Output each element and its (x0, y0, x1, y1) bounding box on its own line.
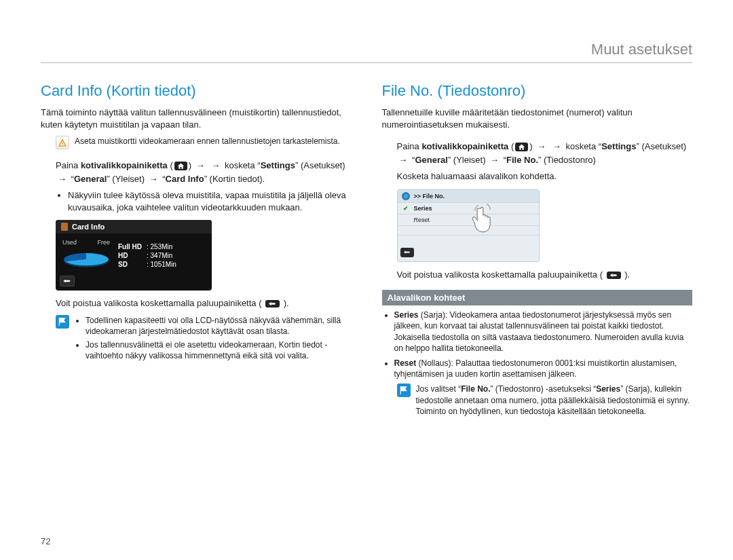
lcd-title: Card Info (56, 220, 212, 234)
right-intro: Tallennetuille kuville määritetään tiedo… (382, 107, 693, 130)
menu-return-icon (400, 248, 414, 257)
recording-time-list: Full HD: 253Min HD: 347Min SD: 1051Min (118, 242, 176, 269)
right-exit-line: Voit poistua valikosta koskettamalla pal… (397, 269, 693, 281)
warning-icon (56, 136, 69, 149)
left-column: Card Info (Kortin tiedot) Tämä toiminto … (41, 79, 352, 424)
submenu-item-reset: Reset (Nollaus): Palauttaa tiedostonumer… (394, 358, 693, 379)
lcd-return-icon (60, 276, 75, 286)
return-icon (265, 300, 280, 307)
card-info-screenshot: Card Info Used Free Full HD: 253Min HD: … (56, 220, 212, 291)
left-nav-path: Paina kotivalikkopainiketta () → → koske… (56, 159, 352, 185)
left-bullet: Näkyviin tulee käytössä oleva muistitila… (68, 189, 352, 213)
file-no-screenshot: >> File No. ✔ Series Reset (397, 189, 540, 262)
gear-icon (402, 192, 410, 200)
right-nav-path: Paina kotivalikkopainiketta () → → koske… (397, 140, 693, 166)
home-icon (515, 143, 528, 151)
left-intro: Tämä toiminto näyttää valitun tallennusv… (41, 107, 352, 130)
submenu-items-header: Alavalikon kohteet (382, 290, 693, 305)
left-heading: Card Info (Kortin tiedot) (41, 82, 352, 100)
storage-pie-chart: Used Free (62, 238, 110, 273)
right-column: File No. (Tiedostonro) Tallennetuille ku… (382, 79, 693, 424)
touch-hand-icon (466, 197, 503, 234)
home-icon (174, 162, 187, 170)
left-exit-line: Voit poistua valikosta koskettamalla pal… (56, 297, 352, 310)
svg-rect-3 (400, 386, 400, 394)
right-note: Jos valitset “File No.” (Tiedostonro) -a… (397, 384, 693, 417)
two-column-layout: Card Info (Kortin tiedot) Tämä toiminto … (41, 79, 692, 424)
svg-rect-1 (62, 145, 62, 145)
right-heading: File No. (Tiedostonro) (382, 82, 693, 100)
svg-rect-0 (62, 143, 62, 145)
touch-submenu-line: Kosketa haluamaasi alavalikon kohdetta. (397, 170, 693, 183)
left-note-1: Todellinen kapasiteetti voi olla LCD-näy… (86, 315, 352, 337)
warning-text: Aseta muistikortti videokameraan ennen t… (75, 136, 352, 147)
note-icon (397, 384, 411, 397)
submenu-items-list: Series (Sarja): Videokamera antaa tiedos… (382, 310, 693, 379)
left-bullet-list: Näkyviin tulee käytössä oleva muistitila… (56, 189, 352, 213)
check-icon: ✔ (402, 205, 410, 212)
submenu-item-series: Series (Sarja): Videokamera antaa tiedos… (394, 310, 693, 354)
svg-rect-2 (59, 318, 60, 326)
left-notes: Todellinen kapasiteetti voi olla LCD-näy… (56, 315, 352, 365)
right-note-text: Jos valitset “File No.” (Tiedostonro) -a… (416, 384, 693, 417)
insert-card-warning: Aseta muistikortti videokameraan ennen t… (56, 136, 352, 149)
note-icon (56, 315, 69, 329)
return-icon (607, 272, 621, 279)
chapter-title: Muut asetukset (41, 41, 692, 63)
sd-card-icon (61, 223, 68, 231)
left-note-2: Jos tallennusvälinettä ei ole asetettu v… (86, 339, 352, 361)
